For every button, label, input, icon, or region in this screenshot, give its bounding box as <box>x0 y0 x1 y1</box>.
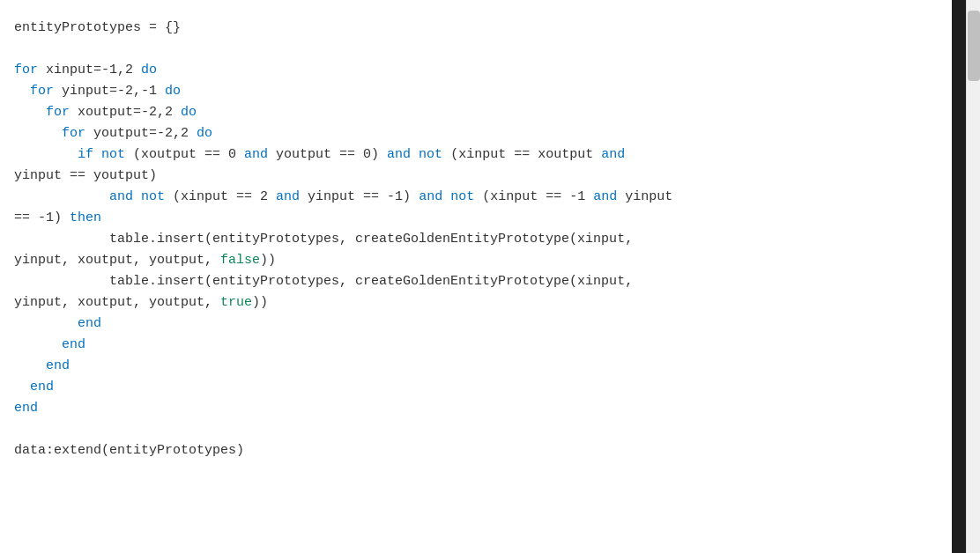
code-line-20 <box>14 419 938 440</box>
code-line-1: entityPrototypes = {} <box>14 18 938 39</box>
code-line-18: end <box>14 377 938 398</box>
code-line-21: data:extend(entityPrototypes) <box>14 440 938 461</box>
code-line-5: for xoutput=-2,2 do <box>14 102 938 123</box>
code-line-2 <box>14 39 938 60</box>
code-line-14: yinput, xoutput, youtput, true)) <box>14 292 938 313</box>
code-line-3: for xinput=-1,2 do <box>14 60 938 81</box>
code-editor[interactable]: entityPrototypes = {} for xinput=-1,2 do… <box>0 0 952 553</box>
scrollbar-thumb[interactable] <box>968 11 980 81</box>
code-line-4: for yinput=-2,-1 do <box>14 81 938 102</box>
code-line-15: end <box>14 313 938 335</box>
code-line-7: if not (xoutput == 0 and youtput == 0) a… <box>14 144 938 166</box>
code-line-13: table.insert(entityPrototypes, createGol… <box>14 271 938 292</box>
code-line-11: table.insert(entityPrototypes, createGol… <box>14 229 938 250</box>
code-line-19: end <box>14 398 938 419</box>
scrollbar[interactable] <box>966 0 980 553</box>
code-line-16: end <box>14 335 938 356</box>
code-line-8: yinput == youtput) <box>14 166 938 187</box>
code-line-9: and not (xinput == 2 and yinput == -1) a… <box>14 187 938 208</box>
code-line-12: yinput, xoutput, youtput, false)) <box>14 250 938 271</box>
code-line-17: end <box>14 356 938 377</box>
code-line-6: for youtput=-2,2 do <box>14 123 938 144</box>
code-line-10: == -1) then <box>14 208 938 229</box>
